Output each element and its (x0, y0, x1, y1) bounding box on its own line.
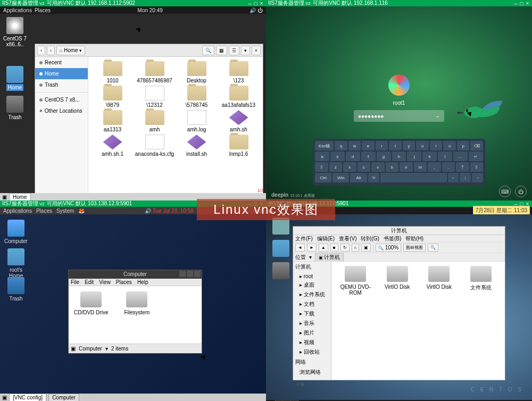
key[interactable]: i (430, 141, 443, 151)
menu-item[interactable]: 帮助(H) (405, 235, 423, 243)
taskbar-computer[interactable]: Computer (48, 394, 79, 402)
sidebar-item[interactable]: ▸ 回收站 (293, 347, 331, 357)
computer-btn[interactable]: ▣ (361, 244, 371, 252)
key[interactable]: k (422, 152, 437, 161)
key[interactable]: ⇧ (470, 162, 484, 172)
login-submit-icon[interactable]: → (435, 113, 440, 119)
cd-dvd-drive[interactable]: CD/DVD Drive (74, 291, 108, 338)
max-btn[interactable]: □ (519, 1, 524, 6)
key[interactable]: … (453, 152, 468, 161)
win-max-btn[interactable] (187, 271, 193, 277)
key[interactable]: ⌫ (470, 141, 483, 151)
reload-btn[interactable]: ↻ (340, 244, 350, 252)
fwd-btn[interactable]: › (47, 46, 55, 55)
sidebar-item[interactable]: ▸ 文件系统 (293, 290, 331, 299)
view-grid-btn[interactable]: ▦ (216, 46, 227, 55)
file-item[interactable]: \12312 (135, 86, 174, 108)
key[interactable]: Alt (350, 173, 367, 182)
menu-places[interactable]: Places (36, 208, 52, 214)
stop-btn[interactable]: ■ (330, 244, 338, 252)
menu-item[interactable]: 查看(V) (339, 235, 356, 243)
back-btn[interactable]: ‹ (37, 46, 45, 55)
key[interactable]: j (407, 152, 421, 161)
path-home-btn[interactable]: ⌂ Home ▾ (56, 46, 85, 55)
key[interactable]: ⇡ (456, 162, 469, 172)
clock[interactable]: Mon 20:49 (51, 7, 250, 13)
file-item[interactable]: 478657486987 (135, 61, 174, 83)
key[interactable]: Win (332, 173, 349, 182)
drive-item[interactable]: 文件系统 (461, 266, 501, 296)
win-min-btn[interactable] (179, 271, 186, 277)
back-btn[interactable]: ◄ (295, 244, 305, 252)
win-close-btn[interactable] (194, 271, 201, 277)
key[interactable]: m (414, 162, 427, 172)
drive-item[interactable]: VirtIO Disk (419, 266, 459, 296)
menu-item[interactable]: Help (137, 279, 148, 285)
sidebar-item[interactable]: ▸ 视频 (293, 338, 331, 347)
menu-item[interactable]: Places (116, 279, 132, 285)
user-avatar[interactable] (388, 74, 410, 96)
min-btn[interactable]: – (513, 1, 518, 6)
taskbar-vnc-config[interactable]: [VNC config] (9, 394, 46, 402)
menu-item[interactable]: Edit (85, 279, 94, 285)
file-item[interactable]: aa1313 (93, 110, 132, 132)
key[interactable]: u (416, 141, 429, 151)
key[interactable]: l (438, 152, 452, 161)
taskbar-show-desktop[interactable]: ▣ (2, 194, 7, 200)
file-item[interactable]: \9879 (93, 86, 132, 108)
key[interactable]: Ctrl (315, 173, 331, 182)
file-item[interactable]: \5786745 (177, 86, 217, 108)
path-computer-btn[interactable]: ▣ 计算机 (315, 253, 344, 262)
key[interactable]: w (348, 141, 361, 151)
menu-places[interactable]: Places (35, 7, 51, 13)
menu-item[interactable]: View (99, 279, 111, 285)
key[interactable]: e (362, 141, 375, 151)
view-list-btn[interactable]: ☰ (229, 46, 239, 55)
key[interactable]: ← (448, 173, 459, 182)
taskbar-show-desktop[interactable]: ▣ (2, 395, 7, 400)
menu-item[interactable]: 编辑(E) (317, 235, 335, 243)
key[interactable]: ⇧ (315, 162, 328, 172)
key[interactable]: f (361, 152, 376, 161)
key[interactable]: Esc键 (315, 141, 334, 151)
sidebar-item[interactable]: ▸ root (293, 272, 331, 280)
filesystem-drive[interactable]: Filesystem (124, 291, 149, 338)
sidebar-other[interactable]: +Other Locations (35, 105, 88, 116)
min-btn[interactable]: – (247, 1, 252, 6)
file-item[interactable]: amh (135, 110, 174, 132)
key[interactable]: h (392, 152, 406, 161)
sidebar-item[interactable]: ▸ 下载 (293, 309, 331, 319)
menu-item[interactable]: 转到(G) (361, 235, 379, 243)
close-btn[interactable]: × (525, 1, 530, 6)
file-item[interactable]: \123 (219, 61, 259, 83)
sidebar-item[interactable]: ▸ 文档 (293, 299, 331, 309)
password-input[interactable]: ●●●●●●●●→ (354, 110, 444, 122)
key[interactable]: x (343, 162, 356, 172)
search-btn[interactable]: 🔍 (428, 244, 438, 252)
menu-system[interactable]: System (56, 208, 74, 214)
desktop-home-icon[interactable]: Home (3, 66, 27, 90)
zoom-display[interactable]: 🔍 100% (376, 244, 401, 252)
desktop-trash-icon[interactable]: Trash (3, 96, 27, 120)
sidebar-centos[interactable]: CentOS 7 x8... (35, 94, 88, 105)
key[interactable]: b (386, 162, 399, 172)
desktop-trash-icon[interactable]: Trash (4, 277, 28, 302)
key[interactable]: q (335, 141, 347, 151)
key[interactable]: s (330, 152, 345, 161)
close-btn[interactable]: × (259, 1, 264, 6)
key[interactable] (380, 173, 447, 182)
key[interactable]: → (472, 173, 483, 182)
file-item[interactable]: anaconda-ks.cfg (135, 135, 174, 157)
search-btn[interactable]: 🔍 (202, 46, 214, 55)
sidebar-home[interactable]: Home (35, 68, 88, 79)
menu-item[interactable]: 文件(F) (295, 235, 313, 243)
key[interactable]: , (428, 162, 441, 172)
menu-applications[interactable]: Applications (3, 7, 32, 13)
key[interactable]: . (442, 162, 455, 172)
sidebar-recent[interactable]: Recent (35, 57, 88, 68)
power-icon[interactable]: ⏻ (515, 186, 527, 197)
drive-item[interactable]: VirtIO Disk (378, 266, 418, 296)
file-item[interactable]: install.sh (177, 135, 217, 157)
file-item[interactable]: Desktop (177, 61, 217, 83)
sidebar-trash[interactable]: Trash (35, 79, 88, 90)
